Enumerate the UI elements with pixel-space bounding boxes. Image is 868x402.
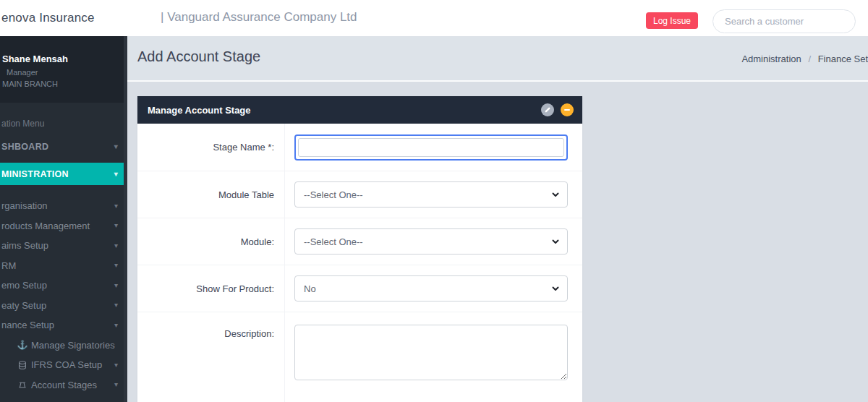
user-info: Shane Mensah Manager MAIN BRANCH <box>0 36 127 103</box>
form-row-stage-name: Stage Name *: <box>137 124 582 171</box>
panel-body: Stage Name *: Module Table --Select One-… <box>137 124 582 402</box>
chevron-down-icon: ▾ <box>114 262 118 270</box>
sidebar: Shane Mensah Manager MAIN BRANCH ation M… <box>0 36 127 402</box>
sub-item-label: nance Setup <box>1 320 54 330</box>
chevron-down-icon: ▾ <box>114 281 118 289</box>
user-name: Shane Mensah <box>2 54 120 64</box>
minus-icon <box>564 109 570 111</box>
chevron-down-icon: ▾ <box>114 170 118 178</box>
leaf-item-label: Account Stages <box>31 380 97 390</box>
module-table-select[interactable]: --Select One-- <box>294 181 568 208</box>
sidebar-item-treaty-setup[interactable]: eaty Setup ▾ <box>0 296 127 316</box>
panel-title: Manage Account Stage <box>148 105 535 116</box>
sidebar-item-organisation[interactable]: rganisation ▾ <box>0 196 127 216</box>
database-icon <box>17 361 27 369</box>
panel-minimize-button[interactable] <box>561 103 574 116</box>
sidebar-item-products-management[interactable]: roducts Management ▾ <box>0 216 127 236</box>
breadcrumb-finance-setup[interactable]: Finance Set <box>818 54 868 64</box>
module-select[interactable]: --Select One-- <box>294 228 568 255</box>
page: enova Insurance | Vanguard Assurance Com… <box>0 0 868 402</box>
top-header: enova Insurance | Vanguard Assurance Com… <box>0 0 868 36</box>
sub-item-label: emo Setup <box>1 280 47 291</box>
form-row-show-for-product: Show For Product: No <box>137 265 582 312</box>
company-name: | Vanguard Assurance Company Ltd <box>161 10 357 25</box>
sidebar-item-crm[interactable]: RM ▾ <box>0 256 127 276</box>
page-header: Add Account Stage Administration / Finan… <box>127 36 868 82</box>
show-for-product-selected-value: No <box>304 283 316 294</box>
sidebar-item-administration[interactable]: MINISTRATION ▾ <box>0 163 127 185</box>
stage-name-label: Stage Name *: <box>137 124 285 171</box>
module-table-selected-value: --Select One-- <box>304 189 363 200</box>
stage-name-focus-ring <box>294 134 568 161</box>
main-content: Add Account Stage Administration / Finan… <box>127 36 868 402</box>
sidebar-item-demo-setup[interactable]: emo Setup ▾ <box>0 275 127 296</box>
sidebar-item-account-stages[interactable]: Account Stages ▾ <box>0 375 127 395</box>
module-selected-value: --Select One-- <box>304 236 363 247</box>
sidebar-item-manage-signatories[interactable]: ⚓ Manage Signatories <box>0 335 127 356</box>
sidebar-item-label: SHBOARD <box>1 142 48 152</box>
leaf-item-label: Manage Signatories <box>31 340 115 351</box>
chevron-down-icon: ▾ <box>114 222 118 230</box>
sidebar-item-ifrs-coa-setup[interactable]: IFRS COA Setup ▾ <box>0 355 127 375</box>
customer-search-input[interactable] <box>712 9 856 33</box>
show-for-product-label: Show For Product: <box>137 265 285 312</box>
chevron-down-icon: ▾ <box>114 381 118 389</box>
chevron-down-icon <box>551 284 560 295</box>
breadcrumb-administration[interactable]: Administration <box>741 54 801 64</box>
sidebar-item-dashboard[interactable]: SHBOARD ▾ <box>0 133 127 160</box>
chevron-down-icon <box>551 237 560 248</box>
breadcrumb-separator: / <box>808 54 811 64</box>
administration-submenu: rganisation ▾ roducts Management ▾ aims … <box>0 196 127 395</box>
form-row-module-table: Module Table --Select One-- <box>137 171 582 218</box>
sub-item-label: RM <box>1 260 16 271</box>
user-branch: MAIN BRANCH <box>2 80 120 88</box>
content-area: Manage Account Stage Stage Name *: <box>127 82 868 402</box>
nav-section-label: ation Menu <box>0 103 127 133</box>
sidebar-scrollbar[interactable] <box>124 36 127 402</box>
panel-settings-button[interactable] <box>541 103 554 116</box>
log-issue-button[interactable]: Log Issue <box>646 12 698 29</box>
stage-icon <box>17 380 27 389</box>
sub-item-label: eaty Setup <box>1 300 46 311</box>
description-label: Description: <box>137 312 285 402</box>
wrench-icon <box>544 106 551 114</box>
chevron-down-icon: ▾ <box>114 321 118 329</box>
user-role: Manager <box>2 68 120 77</box>
form-row-module: Module: --Select One-- <box>137 218 582 265</box>
stage-name-input[interactable] <box>298 138 564 157</box>
sidebar-nav: ation Menu SHBOARD ▾ MINISTRATION ▾ rgan… <box>0 103 127 395</box>
panel-header: Manage Account Stage <box>137 96 582 124</box>
anchor-icon: ⚓ <box>17 340 27 350</box>
sidebar-item-claims-setup[interactable]: aims Setup ▾ <box>0 236 127 256</box>
manage-account-stage-panel: Manage Account Stage Stage Name *: <box>137 96 582 402</box>
description-textarea[interactable] <box>294 325 568 380</box>
sidebar-item-finance-setup[interactable]: nance Setup ▾ <box>0 315 127 335</box>
form-row-description: Description: <box>137 312 582 402</box>
sub-item-label: roducts Management <box>1 221 90 231</box>
chevron-down-icon: ▾ <box>114 202 118 210</box>
module-table-label: Module Table <box>137 171 285 218</box>
module-label: Module: <box>137 218 285 265</box>
sub-item-label: rganisation <box>1 200 48 211</box>
app-logo[interactable]: enova Insurance <box>1 11 95 25</box>
chevron-down-icon <box>551 190 560 201</box>
sidebar-item-label: MINISTRATION <box>1 169 69 179</box>
breadcrumb: Administration / Finance Set <box>741 54 868 64</box>
page-title: Add Account Stage <box>137 48 260 65</box>
chevron-down-icon: ▾ <box>114 361 118 369</box>
chevron-down-icon: ▾ <box>114 142 118 150</box>
leaf-item-label: IFRS COA Setup <box>31 359 102 370</box>
chevron-down-icon: ▾ <box>114 241 118 249</box>
chevron-down-icon: ▾ <box>114 302 118 309</box>
sub-item-label: aims Setup <box>1 240 48 251</box>
show-for-product-select[interactable]: No <box>294 275 568 302</box>
